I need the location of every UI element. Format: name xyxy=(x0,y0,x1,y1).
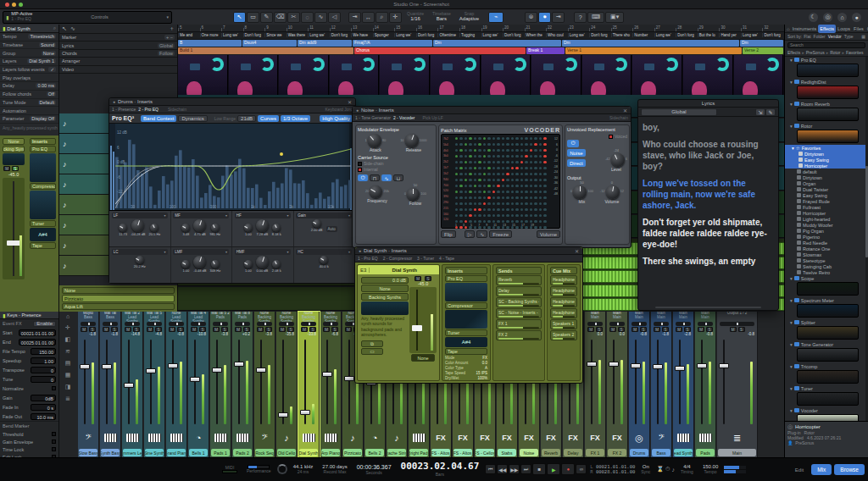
browser-preset-twelve-retro[interactable]: Twelve Retro xyxy=(785,269,865,275)
matrix-cell[interactable] xyxy=(525,155,527,158)
mini-input-select[interactable]: None xyxy=(3,138,25,145)
inspector-row-automation[interactable]: Automation xyxy=(0,107,58,115)
matrix-cell[interactable] xyxy=(465,196,467,199)
browser-preset-muddy-woofer[interactable]: Muddy Woofer xyxy=(785,222,865,228)
browse-view-button[interactable]: Browse xyxy=(834,464,865,475)
event-row-value[interactable]: 1.00 xyxy=(31,357,56,364)
event-row-fade-out[interactable]: Fade Out10.0 ms xyxy=(0,412,58,421)
matrix-cell[interactable] xyxy=(543,220,546,223)
video-thumbnail[interactable] xyxy=(229,55,279,95)
eq-knob[interactable] xyxy=(256,256,269,268)
proeq-tab-2[interactable]: 2 - Pro EQ xyxy=(138,107,159,112)
channel-fader[interactable] xyxy=(320,336,341,428)
fader-cap[interactable] xyxy=(190,377,200,382)
metronome-icon[interactable]: ⏱ xyxy=(665,466,670,473)
ds-send-slider[interactable] xyxy=(498,327,539,329)
mini-insert-compressor[interactable]: Compressor xyxy=(30,183,56,190)
matrix-cell[interactable] xyxy=(487,137,490,140)
ds-send[interactable]: FX 2 xyxy=(496,330,542,340)
matrix-cell[interactable] xyxy=(474,185,476,187)
chevron-down-icon[interactable]: ▾ xyxy=(164,250,166,254)
plugin-thumbnail[interactable] xyxy=(797,348,859,362)
pan-handle[interactable] xyxy=(661,323,663,325)
eraser-tool-button[interactable]: ⌫ xyxy=(274,12,287,23)
channel-routing[interactable]: NoneBacking Synths xyxy=(254,312,275,322)
matrix-cell[interactable] xyxy=(511,208,514,211)
mixer-tool-icon[interactable]: ✛ xyxy=(65,324,70,331)
fader-cap[interactable] xyxy=(697,363,707,368)
inspector-row-layers-follow-events[interactable]: Layers follow events✓ xyxy=(0,66,58,75)
pan-handle[interactable] xyxy=(176,323,178,325)
event-row-value[interactable]: 0 xyxy=(31,367,56,373)
matrix-cell[interactable] xyxy=(511,214,514,217)
ds-send[interactable]: SC - Noise - Inserts - 2 - V... xyxy=(496,308,542,318)
channel-name-tag[interactable]: Pads 1 xyxy=(211,449,230,456)
mini-fader[interactable] xyxy=(3,178,25,279)
matrix-cell[interactable] xyxy=(487,155,490,158)
video-thumbnail[interactable] xyxy=(178,55,228,95)
matrix-cell[interactable] xyxy=(459,202,462,205)
keyboard-button[interactable]: ⌨ xyxy=(587,12,604,23)
expand-arrow-icon[interactable]: ▾ xyxy=(790,386,793,391)
plugin-thumbnail[interactable] xyxy=(797,304,859,318)
fader-cap[interactable] xyxy=(234,362,244,367)
matrix-cell[interactable] xyxy=(520,179,523,181)
pan-handle[interactable] xyxy=(198,323,200,325)
chevron-down-icon[interactable]: ▾ xyxy=(287,213,289,218)
internal-checkbox[interactable] xyxy=(358,168,362,172)
matrix-cell[interactable] xyxy=(478,202,481,205)
matrix-cell[interactable] xyxy=(520,185,523,187)
fader-cap[interactable] xyxy=(631,363,641,368)
matrix-cell[interactable] xyxy=(492,137,495,140)
pan-control[interactable] xyxy=(323,322,338,326)
close-icon[interactable]: ✕ xyxy=(348,99,352,105)
ds-send-slider[interactable] xyxy=(498,305,539,307)
search-icon[interactable]: ⌕ xyxy=(53,25,56,31)
matrix-cell[interactable] xyxy=(497,143,499,146)
chord-event[interactable]: Dm add9 xyxy=(298,40,352,47)
matrix-cell[interactable] xyxy=(525,173,527,175)
go-end-button[interactable]: ⏭ xyxy=(520,464,531,474)
inspector-row-value[interactable]: Off xyxy=(47,91,56,97)
pan-control[interactable] xyxy=(609,322,625,326)
ds-fader[interactable] xyxy=(409,287,437,353)
channel-name-tag[interactable]: Sine Synth xyxy=(145,449,164,456)
chevron-down-icon[interactable]: ▾ xyxy=(225,213,227,218)
matrix-cell[interactable] xyxy=(459,149,462,152)
channel-fader[interactable] xyxy=(717,336,757,428)
inspector-row-value[interactable]: Sound xyxy=(39,42,56,47)
matrix-cell[interactable] xyxy=(543,226,546,229)
matrix-cell[interactable] xyxy=(506,173,509,175)
pan-handle[interactable] xyxy=(264,323,266,325)
matrix-cell[interactable] xyxy=(492,143,495,146)
arranger-section[interactable]: Break 1 xyxy=(526,47,565,54)
ds-send-slider[interactable] xyxy=(498,338,539,340)
mixer-tool-icon[interactable]: ◨ xyxy=(65,384,71,390)
inspector-row-value[interactable]: Dial Synth 1 xyxy=(27,58,56,64)
matrix-cell[interactable] xyxy=(478,185,481,187)
channel-name-tag[interactable]: Bells 2 xyxy=(365,449,384,456)
ds-cue-slider[interactable] xyxy=(553,316,575,318)
browser-preset-easy-swing[interactable]: Easy Swing xyxy=(785,192,865,198)
track-header-control[interactable]: Global xyxy=(158,43,175,48)
matrix-cell[interactable] xyxy=(474,173,476,175)
matrix-cell[interactable] xyxy=(534,155,537,158)
matrix-cell[interactable] xyxy=(459,161,462,163)
pan-handle[interactable] xyxy=(154,323,156,325)
edit-lyrics-icon[interactable]: ✎ xyxy=(765,108,776,116)
video-track-lane[interactable] xyxy=(178,55,784,95)
matrix-cell[interactable] xyxy=(483,167,486,169)
chord-event[interactable]: Dm xyxy=(433,40,561,47)
inspector-row-timebase[interactable]: TimebaseSound xyxy=(0,41,58,50)
ds-send[interactable]: Reverb xyxy=(496,275,542,285)
eq-band-hf[interactable]: HF▾1.007.28 dB8.18 k xyxy=(232,211,294,246)
crosshair-button[interactable]: ✛ xyxy=(389,12,402,23)
fader-cap[interactable] xyxy=(256,368,266,373)
channel-routing[interactable]: Mai TaiBass xyxy=(100,312,120,322)
ds-cue-slider[interactable] xyxy=(553,305,575,307)
channel-name-tag[interactable]: BFS - Cellos 1 xyxy=(476,449,494,456)
mini-mute-button[interactable]: M xyxy=(3,166,10,171)
event-row-tune[interactable]: Tune0 xyxy=(0,374,58,384)
channel-fader[interactable] xyxy=(166,336,186,428)
expand-arrow-icon[interactable]: ▾ xyxy=(790,408,793,413)
